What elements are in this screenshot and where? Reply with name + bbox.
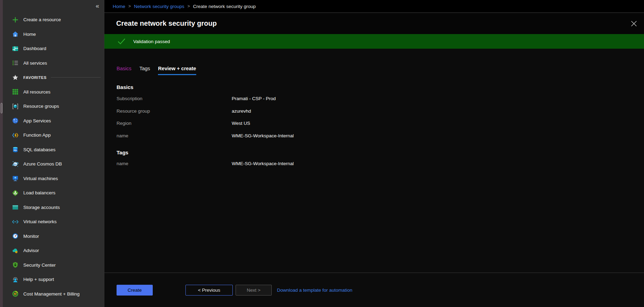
advisor-icon xyxy=(11,247,19,254)
breadcrumb-network-security-groups[interactable]: Network security groups xyxy=(134,4,184,9)
sidebar-item-label: All services xyxy=(23,60,47,66)
sidebar-nav: Create a resource Home Dashboard All ser… xyxy=(3,13,104,301)
breadcrumb-separator: > xyxy=(128,4,131,9)
sidebar-favorites-header: FAVORITES xyxy=(3,70,104,85)
sidebar-item-label: Home xyxy=(23,32,36,37)
row-label: Resource group xyxy=(117,108,232,114)
sidebar-item-label: Advisor xyxy=(23,248,39,253)
close-icon[interactable] xyxy=(629,18,639,29)
sidebar-item-label: SQL databases xyxy=(23,147,56,152)
row-label: name xyxy=(117,133,232,138)
resources-grid-icon xyxy=(11,88,19,96)
sidebar-item-virtual-networks[interactable]: Virtual networks xyxy=(3,215,104,229)
favorites-label: FAVORITES xyxy=(23,75,47,80)
review-row-subscription: Subscription Pramati - CSP - Prod xyxy=(117,92,644,105)
sidebar-item-create-a-resource[interactable]: Create a resource xyxy=(3,13,104,27)
sidebar-item-label: Create a resource xyxy=(23,17,61,22)
sidebar-item-help-support[interactable]: Help + support xyxy=(3,272,104,287)
help-support-icon xyxy=(11,276,19,283)
sidebar-item-label: App Services xyxy=(23,118,51,123)
svg-text:SQL: SQL xyxy=(13,149,17,151)
tags-section-heading: Tags xyxy=(117,150,644,155)
sidebar-item-label: Cost Management + Billing xyxy=(23,291,80,297)
page-title: Create network security group xyxy=(116,19,217,27)
cost-management-icon: $ xyxy=(11,290,19,298)
breadcrumb-current: Create network security group xyxy=(193,4,256,9)
basics-section-heading: Basics xyxy=(117,84,644,90)
sidebar-item-label: Storage accounts xyxy=(23,205,60,210)
sidebar-item-label: Help + support xyxy=(23,277,54,282)
function-app-icon xyxy=(11,131,19,139)
sidebar-item-label: Dashboard xyxy=(23,46,46,51)
sidebar-item-app-services[interactable]: App Services xyxy=(3,114,104,128)
tab-basics[interactable]: Basics xyxy=(117,66,132,75)
download-template-link[interactable]: Download a template for automation xyxy=(277,288,352,293)
scrollbar-thumb[interactable] xyxy=(1,103,2,113)
sidebar-collapse-icon[interactable]: « xyxy=(94,1,101,10)
sidebar-item-monitor[interactable]: Monitor xyxy=(3,229,104,244)
title-bar: Create network security group xyxy=(104,13,644,34)
breadcrumb-home[interactable]: Home xyxy=(113,4,125,9)
cosmos-db-icon xyxy=(11,160,19,168)
sidebar-item-label: Virtual machines xyxy=(23,176,58,181)
row-value: WME-SG-Workspace-Internal xyxy=(232,161,294,166)
row-value: WME-SG-Workspace-Internal xyxy=(232,133,294,138)
sql-databases-icon: SQL xyxy=(11,146,19,153)
sidebar-item-label: Azure Cosmos DB xyxy=(23,161,62,167)
app-services-icon xyxy=(11,117,19,124)
wizard-tabs: Basics Tags Review + create xyxy=(117,66,644,75)
svg-text:$: $ xyxy=(15,293,16,296)
row-label: Subscription xyxy=(117,96,232,101)
sidebar-item-label: Load balancers xyxy=(23,190,55,195)
sidebar-item-virtual-machines[interactable]: Virtual machines xyxy=(3,171,104,186)
next-button[interactable]: Next > xyxy=(236,285,272,296)
review-row-region: Region West US xyxy=(117,117,644,130)
basics-rows: Subscription Pramati - CSP - Prod Resour… xyxy=(117,92,644,142)
storage-accounts-icon xyxy=(11,204,19,211)
tab-tags[interactable]: Tags xyxy=(140,66,150,75)
resource-groups-icon xyxy=(11,103,19,110)
virtual-networks-icon xyxy=(11,218,19,225)
sidebar-item-dashboard[interactable]: Dashboard xyxy=(3,41,104,56)
sidebar-item-home[interactable]: Home xyxy=(3,27,104,42)
validation-banner: Validation passed xyxy=(104,34,644,49)
sidebar-item-cost-management-billing[interactable]: $ Cost Management + Billing xyxy=(3,287,104,301)
services-list-icon xyxy=(11,59,19,67)
create-button[interactable]: Create xyxy=(117,285,153,296)
sidebar-item-resource-groups[interactable]: Resource groups xyxy=(3,99,104,114)
previous-button[interactable]: < Previous xyxy=(185,285,233,296)
sidebar-item-load-balancers[interactable]: Load balancers xyxy=(3,186,104,200)
sidebar-item-all-services[interactable]: All services xyxy=(3,56,104,71)
home-icon xyxy=(11,31,19,38)
sidebar-item-label: Resource groups xyxy=(23,104,59,109)
sidebar-item-function-app[interactable]: Function App xyxy=(3,128,104,143)
tags-rows: name WME-SG-Workspace-Internal xyxy=(117,157,644,170)
dashboard-icon xyxy=(11,45,19,52)
breadcrumb-separator: > xyxy=(188,4,190,9)
main-panel: Home > Network security groups > Create … xyxy=(104,0,644,307)
sidebar-item-azure-cosmos-db[interactable]: Azure Cosmos DB xyxy=(3,157,104,171)
sidebar-item-sql-databases[interactable]: SQL SQL databases xyxy=(3,143,104,157)
sidebar-item-security-center[interactable]: Security Center xyxy=(3,258,104,273)
sidebar-item-advisor[interactable]: Advisor xyxy=(3,243,104,258)
review-row-resource-group: Resource group azurevhd xyxy=(117,105,644,118)
left-accent-strip xyxy=(0,0,3,307)
sidebar-item-label: All resources xyxy=(23,89,50,95)
sidebar-item-label: Security Center xyxy=(23,262,56,268)
sidebar-item-all-resources[interactable]: All resources xyxy=(3,85,104,99)
sidebar-item-label: Virtual networks xyxy=(23,219,57,224)
breadcrumb: Home > Network security groups > Create … xyxy=(104,0,644,13)
checkmark-icon xyxy=(117,38,126,45)
sidebar: « Create a resource Home Dashboard All s… xyxy=(3,0,104,307)
favorites-divider xyxy=(51,77,101,78)
tab-review-create[interactable]: Review + create xyxy=(158,66,196,75)
row-label: name xyxy=(117,161,232,166)
sidebar-item-storage-accounts[interactable]: Storage accounts xyxy=(3,200,104,215)
review-row-name: name WME-SG-Workspace-Internal xyxy=(117,130,644,142)
row-value: azurevhd xyxy=(232,108,251,114)
row-label: Region xyxy=(117,121,232,126)
monitor-icon xyxy=(11,233,19,240)
sidebar-item-label: Function App xyxy=(23,132,51,138)
row-value: Pramati - CSP - Prod xyxy=(232,96,276,101)
security-center-icon xyxy=(11,261,19,269)
